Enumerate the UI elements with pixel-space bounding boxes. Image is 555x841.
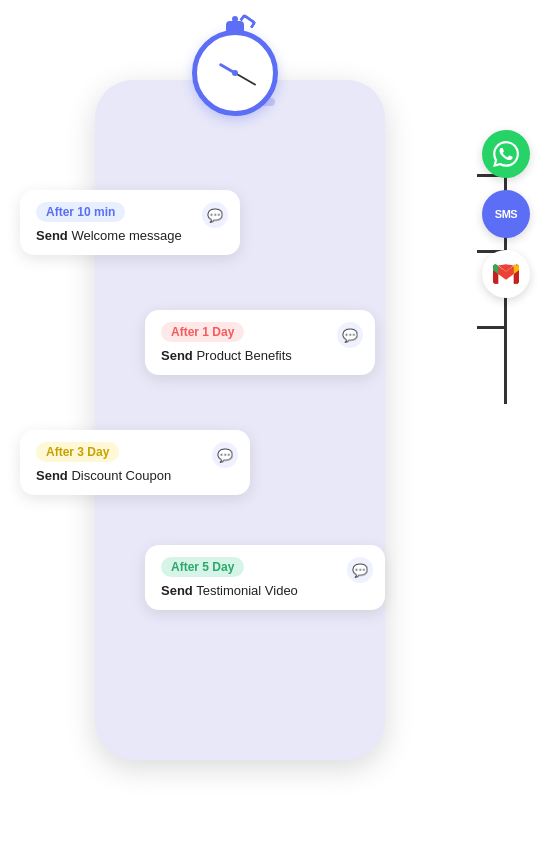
- sms-label: SMS: [495, 208, 517, 220]
- message-text-4: Send Testimonial Video: [161, 583, 369, 598]
- side-icons-container: SMS: [482, 130, 530, 298]
- chat-icon-2: 💬: [337, 322, 363, 348]
- tag-3: After 3 Day: [36, 442, 119, 462]
- message-content-4: Testimonial Video: [196, 583, 298, 598]
- clock-body: [192, 30, 278, 116]
- message-card-3: 💬 After 3 Day Send Discount Coupon: [20, 430, 250, 495]
- clock-container: [185, 30, 285, 140]
- message-content-1: Welcome message: [71, 228, 181, 243]
- scene: 💬 After 10 min Send Welcome message 💬 Af…: [0, 0, 555, 841]
- tag-1: After 10 min: [36, 202, 125, 222]
- clock-center: [232, 70, 238, 76]
- phone-body: [95, 80, 385, 760]
- message-text-2: Send Product Benefits: [161, 348, 359, 363]
- send-label-4: Send: [161, 583, 193, 598]
- send-label-3: Send: [36, 468, 68, 483]
- message-card-2: 💬 After 1 Day Send Product Benefits: [145, 310, 375, 375]
- clock-crown: [226, 21, 244, 31]
- chat-icon-3: 💬: [212, 442, 238, 468]
- sms-icon[interactable]: SMS: [482, 190, 530, 238]
- tag-4: After 5 Day: [161, 557, 244, 577]
- message-text-3: Send Discount Coupon: [36, 468, 234, 483]
- message-card-1: 💬 After 10 min Send Welcome message: [20, 190, 240, 255]
- send-label-2: Send: [161, 348, 193, 363]
- chat-icon-1: 💬: [202, 202, 228, 228]
- clock-face: [205, 43, 265, 103]
- chat-icon-4: 💬: [347, 557, 373, 583]
- tag-2: After 1 Day: [161, 322, 244, 342]
- send-label-1: Send: [36, 228, 68, 243]
- message-card-4: 💬 After 5 Day Send Testimonial Video: [145, 545, 385, 610]
- whatsapp-icon[interactable]: [482, 130, 530, 178]
- message-content-2: Product Benefits: [196, 348, 291, 363]
- gmail-icon[interactable]: [482, 250, 530, 298]
- minute-hand: [235, 72, 257, 86]
- right-h-line-3: [477, 326, 507, 329]
- message-content-3: Discount Coupon: [71, 468, 171, 483]
- message-text-1: Send Welcome message: [36, 228, 224, 243]
